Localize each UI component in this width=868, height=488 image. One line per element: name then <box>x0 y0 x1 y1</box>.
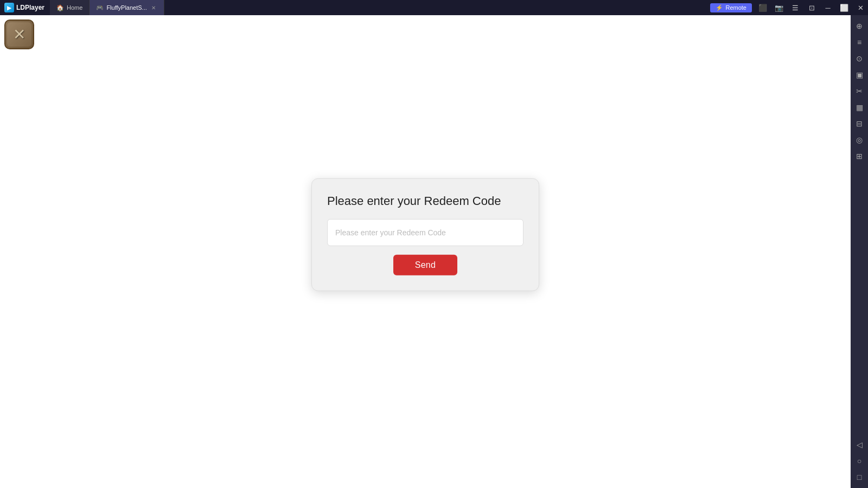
home-tab-icon: 🏠 <box>56 4 64 11</box>
sidebar-square-icon[interactable]: □ <box>852 470 867 485</box>
camera-button[interactable]: 📷 <box>771 0 787 15</box>
main-area: ✕ Please enter your Redeem Code Send ⊕ ≡… <box>0 15 868 488</box>
close-button[interactable]: ✕ <box>853 0 868 15</box>
home-tab-label: Home <box>67 4 82 11</box>
remote-button[interactable]: ⚡ Remote <box>710 3 752 12</box>
redeem-code-input[interactable] <box>327 219 524 246</box>
logo-icon: ▶ <box>4 3 14 12</box>
tabs-container: 🏠 Home 🎮 FluffyPlanetS... ✕ <box>50 0 164 15</box>
game-tab-label: FluffyPlanetS... <box>106 4 146 11</box>
tab-fluffyplanets[interactable]: 🎮 FluffyPlanetS... ✕ <box>90 0 164 15</box>
tab-home[interactable]: 🏠 Home <box>50 0 90 15</box>
sidebar-icon-grid[interactable]: ▦ <box>852 100 867 115</box>
tab-close-button[interactable]: ✕ <box>150 4 157 11</box>
remote-icon: ⚡ <box>716 4 723 11</box>
record-button[interactable]: ⬛ <box>755 0 770 15</box>
titlebar: ▶ LDPlayer 🏠 Home 🎮 FluffyPlanetS... ✕ ⚡… <box>0 0 868 15</box>
redeem-title: Please enter your Redeem Code <box>327 194 524 208</box>
titlebar-right: ⚡ Remote ⬛ 📷 ☰ ⊡ ─ ⬜ ✕ <box>710 0 868 15</box>
sidebar-bottom: ◁ ○ □ <box>852 437 867 485</box>
game-tab-icon: 🎮 <box>96 4 104 11</box>
send-button[interactable]: Send <box>393 255 458 275</box>
remote-label: Remote <box>725 4 746 11</box>
app-logo: ▶ LDPlayer <box>4 3 44 12</box>
game-x-icon[interactable]: ✕ <box>4 20 34 49</box>
sidebar-back-icon[interactable]: ◁ <box>852 437 867 452</box>
sidebar-icon-keyboard[interactable]: ⊟ <box>852 116 867 131</box>
right-sidebar: ⊕ ≡ ⊙ ▣ ✂ ▦ ⊟ ◎ ⊞ ◁ ○ □ <box>851 15 868 488</box>
sidebar-icon-layers[interactable]: ⊞ <box>852 149 867 164</box>
sidebar-icon-list[interactable]: ≡ <box>852 35 867 50</box>
restore-button[interactable]: ⬜ <box>837 0 852 15</box>
titlebar-left: ▶ LDPlayer 🏠 Home 🎮 FluffyPlanetS... ✕ <box>4 0 164 15</box>
sidebar-icon-person[interactable]: ⊙ <box>852 51 867 66</box>
minimize-button[interactable]: ─ <box>820 0 835 15</box>
redeem-dialog: Please enter your Redeem Code Send <box>311 178 539 291</box>
sidebar-icon-location[interactable]: ◎ <box>852 132 867 147</box>
sidebar-icon-0[interactable]: ⊕ <box>852 18 867 34</box>
sidebar-icon-scissors[interactable]: ✂ <box>852 84 867 99</box>
app-name: LDPlayer <box>16 4 44 11</box>
sidebar-home-icon[interactable]: ○ <box>852 453 867 468</box>
x-symbol: ✕ <box>13 25 25 43</box>
expand-button[interactable]: ⊡ <box>804 0 819 15</box>
settings-button[interactable]: ☰ <box>788 0 803 15</box>
game-area: ✕ Please enter your Redeem Code Send <box>0 15 851 488</box>
sidebar-icon-camera[interactable]: ▣ <box>852 67 867 82</box>
